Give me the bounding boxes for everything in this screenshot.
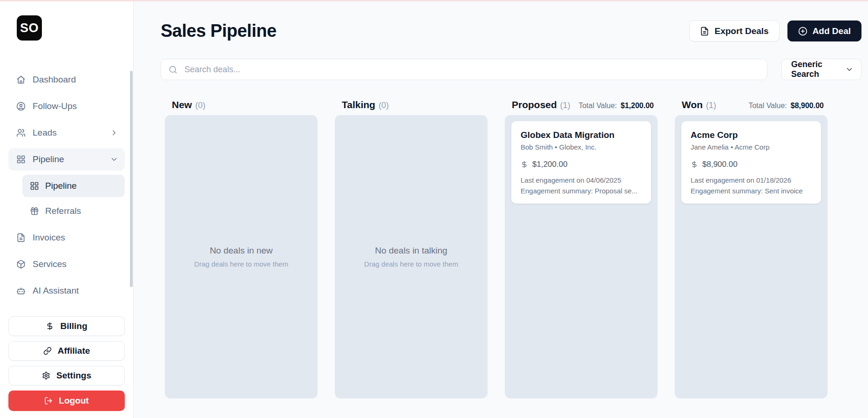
billing-button[interactable]: Billing: [8, 316, 125, 336]
total-value-amount: $8,900.00: [791, 102, 824, 110]
column-header: Talking(0): [335, 99, 488, 111]
deal-last-engagement: Last engagement on 04/06/2025: [521, 176, 642, 184]
column-dropzone-new[interactable]: No deals in new Drag deals here to move …: [165, 115, 318, 398]
page-title: Sales Pipeline: [161, 21, 277, 41]
sidebar-item-ai-assistant[interactable]: AI Assistant: [8, 280, 125, 302]
empty-state-title: No deals in talking: [375, 246, 447, 256]
sales-pipeline-page: SO Dashboard Follow-Ups Leads: [0, 0, 868, 418]
deal-amount-value: $1,200.00: [532, 160, 568, 169]
sidebar-item-pipeline[interactable]: Pipeline: [8, 148, 125, 171]
empty-state-title: No deals in new: [210, 246, 272, 256]
search-input[interactable]: [183, 64, 760, 75]
deal-meta: Last engagement on 04/06/2025 Engagement…: [521, 176, 642, 195]
user-circle-icon: [16, 102, 26, 111]
affiliate-label: Affiliate: [58, 346, 90, 356]
search-filter-label: Generic Search: [791, 60, 845, 79]
header-actions: Export Deals Add Deal: [689, 21, 861, 41]
deal-title: Acme Corp: [691, 130, 812, 140]
logout-label: Logout: [59, 396, 88, 406]
export-deals-button[interactable]: Export Deals: [689, 21, 779, 41]
column-dropzone-won[interactable]: Acme Corp Jane Amelia • Acme Corp $8,900…: [675, 115, 827, 398]
sidebar-item-label: Follow-Ups: [33, 101, 77, 111]
pipeline-board: New(0) No deals in new Drag deals here t…: [165, 99, 861, 398]
search-row: Generic Search: [161, 59, 861, 80]
gift-icon: [30, 206, 39, 216]
sidebar-item-label: Referrals: [45, 206, 81, 216]
pipeline-column-talking: Talking(0) No deals in talking Drag deal…: [335, 99, 488, 398]
column-header: Won(1) Total Value:$8,900.00: [675, 99, 827, 111]
bot-icon: [16, 286, 26, 295]
sidebar-scrollbar[interactable]: [130, 71, 133, 287]
sidebar-item-services[interactable]: Services: [8, 253, 125, 275]
column-title: Won(1): [682, 99, 716, 110]
column-dropzone-proposed[interactable]: Globex Data Migration Bob Smith • Globex…: [505, 115, 658, 398]
column-dropzone-talking[interactable]: No deals in talking Drag deals here to m…: [335, 115, 488, 398]
gear-icon: [42, 371, 50, 380]
column-total: Total Value:$8,900.00: [748, 102, 824, 110]
search-box: [161, 59, 767, 80]
column-title: New(0): [172, 99, 205, 110]
main-content: Sales Pipeline Export Deals Add Deal: [134, 0, 868, 418]
column-header: Proposed(1) Total Value:$1,200.00: [505, 99, 658, 111]
sidebar-item-label: Invoices: [33, 233, 65, 243]
sidebar-footer: Billing Affiliate Settings Logout: [8, 316, 125, 411]
settings-label: Settings: [56, 370, 91, 381]
deal-engagement-summary: Engagement summary: Proposal se...: [521, 187, 642, 195]
search-filter-dropdown[interactable]: Generic Search: [781, 59, 861, 80]
column-title: Talking(0): [342, 99, 389, 110]
deal-card-acme[interactable]: Acme Corp Jane Amelia • Acme Corp $8,900…: [681, 121, 821, 204]
file-text-icon: [700, 27, 709, 36]
column-total: Total Value:$1,200.00: [578, 102, 654, 110]
export-deals-label: Export Deals: [714, 26, 768, 36]
sidebar: SO Dashboard Follow-Ups Leads: [0, 0, 134, 418]
affiliate-button[interactable]: Affiliate: [8, 341, 125, 361]
sidebar-nav: Dashboard Follow-Ups Leads: [8, 69, 125, 302]
chevron-down-icon: [110, 155, 118, 164]
deal-amount: $8,900.00: [691, 160, 812, 169]
sidebar-item-leads[interactable]: Leads: [8, 122, 125, 144]
total-value-label: Total Value:: [748, 102, 787, 110]
package-icon: [16, 260, 26, 269]
deal-title: Globex Data Migration: [521, 130, 642, 140]
users-icon: [16, 128, 26, 137]
deal-engagement-summary: Engagement summary: Sent invoice: [691, 187, 812, 195]
sidebar-item-label: Leads: [33, 128, 57, 138]
plus-circle-icon: [798, 27, 807, 36]
empty-state-hint: Drag deals here to move them: [194, 260, 288, 268]
logout-button[interactable]: Logout: [8, 391, 125, 411]
sidebar-item-followups[interactable]: Follow-Ups: [8, 95, 125, 117]
deal-amount-value: $8,900.00: [702, 160, 738, 169]
deal-contact: Jane Amelia • Acme Corp: [691, 143, 812, 151]
sidebar-item-dashboard[interactable]: Dashboard: [8, 69, 125, 91]
billing-label: Billing: [60, 321, 87, 331]
deal-meta: Last engagement on 01/18/2026 Engagement…: [691, 176, 812, 195]
file-text-icon: [16, 233, 26, 242]
add-deal-label: Add Deal: [813, 26, 851, 36]
grid-icon: [30, 181, 39, 191]
column-header: New(0): [165, 99, 318, 111]
sidebar-subitem-referrals[interactable]: Referrals: [22, 200, 125, 222]
sidebar-subitem-pipeline[interactable]: Pipeline: [22, 175, 125, 197]
total-value-label: Total Value:: [578, 102, 617, 110]
sidebar-item-invoices[interactable]: Invoices: [8, 226, 125, 249]
total-value-amount: $1,200.00: [621, 102, 654, 110]
settings-button[interactable]: Settings: [8, 366, 125, 385]
deal-last-engagement: Last engagement on 01/18/2026: [691, 176, 812, 184]
sidebar-item-label: AI Assistant: [33, 286, 79, 296]
dollar-icon: [46, 322, 54, 330]
home-icon: [16, 75, 26, 84]
deal-amount: $1,200.00: [521, 160, 642, 169]
empty-state-hint: Drag deals here to move them: [364, 260, 458, 268]
search-icon: [169, 65, 177, 74]
add-deal-button[interactable]: Add Deal: [787, 21, 861, 41]
deal-card-globex[interactable]: Globex Data Migration Bob Smith • Globex…: [511, 121, 651, 204]
pipeline-column-new: New(0) No deals in new Drag deals here t…: [165, 99, 318, 398]
brand-logo[interactable]: SO: [17, 15, 42, 41]
dollar-icon: [691, 161, 698, 168]
grid-icon: [16, 155, 26, 164]
chevron-right-icon: [110, 129, 118, 137]
top-accent-strip: [0, 0, 868, 1]
logout-icon: [44, 397, 53, 405]
dollar-icon: [521, 161, 528, 168]
chevron-down-icon: [845, 65, 854, 74]
